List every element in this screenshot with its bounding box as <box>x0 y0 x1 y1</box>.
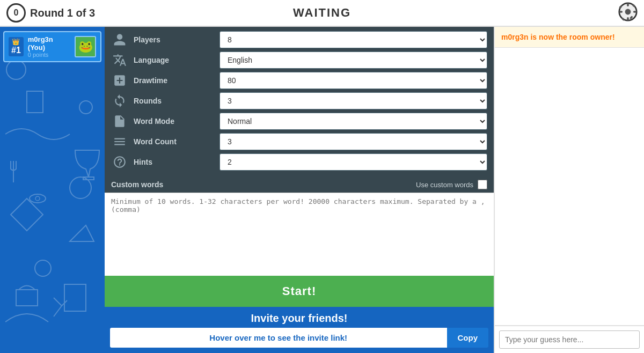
language-row: Language EnglishDeutschEspañolFrançais <box>111 52 487 69</box>
svg-rect-3 <box>627 17 629 20</box>
svg-rect-11 <box>27 91 43 113</box>
drawtime-label: Drawtime <box>134 76 219 85</box>
hints-select[interactable]: 0123 <box>219 153 487 171</box>
wordcount-icon <box>111 133 128 150</box>
left-panel: 👑 #1 m0rg3n (You) 0 points 🐸 <box>0 27 105 353</box>
players-label: Players <box>134 35 219 44</box>
players-select[interactable]: 2345678910121520 <box>219 31 487 48</box>
player-info: m0rg3n (You) 0 points <box>28 35 70 58</box>
player-card: 👑 #1 m0rg3n (You) 0 points 🐸 <box>3 31 101 62</box>
custom-words-label: Custom words <box>111 180 163 189</box>
use-custom-words-checkbox[interactable] <box>478 180 487 189</box>
svg-point-1 <box>625 9 631 15</box>
custom-words-toggle: Use custom words <box>416 180 487 189</box>
wordcount-select[interactable]: 12345 <box>219 133 487 150</box>
avatar: 🐸 <box>75 36 96 57</box>
doodle-background <box>0 27 105 353</box>
start-button[interactable]: Start! <box>105 276 494 307</box>
rounds-row: Rounds 12345678910 <box>111 92 487 109</box>
language-icon <box>111 52 128 69</box>
crown-icon: 👑 <box>12 38 20 46</box>
language-select[interactable]: EnglishDeutschEspañolFrançais <box>219 52 487 69</box>
hints-row: Hints 0123 <box>111 153 487 171</box>
custom-words-textarea[interactable] <box>105 193 494 276</box>
drawtime-row: Drawtime 30405060708090100120150180 <box>111 72 487 89</box>
player-name: m0rg3n (You) <box>28 35 70 52</box>
rounds-select[interactable]: 12345678910 <box>219 92 487 109</box>
player-points: 0 points <box>28 52 70 58</box>
chat-input-row <box>495 325 644 353</box>
rounds-icon <box>111 92 128 109</box>
svg-rect-18 <box>16 290 38 306</box>
svg-point-17 <box>35 196 40 201</box>
wordmode-select[interactable]: NormalHiddenCombination <box>219 113 487 130</box>
owner-message: m0rg3n is now the room owner! <box>495 27 644 48</box>
svg-rect-14 <box>64 284 86 311</box>
wordcount-row: Word Count 12345 <box>111 133 487 150</box>
svg-point-13 <box>35 260 51 276</box>
invite-section: Invite your friends! Hover over me to se… <box>105 307 494 353</box>
players-icon <box>111 31 128 48</box>
settings-button[interactable] <box>618 2 638 24</box>
custom-words-header: Custom words Use custom words <box>105 176 494 193</box>
invite-link-text: Hover over me to see the invite link! <box>110 328 447 348</box>
hints-label: Hints <box>134 158 219 166</box>
wordcount-label: Word Count <box>134 137 219 146</box>
svg-point-16 <box>30 194 46 203</box>
svg-point-10 <box>6 60 26 79</box>
timer: 0 <box>6 3 26 23</box>
invite-title: Invite your friends! <box>110 312 488 325</box>
chat-area <box>495 48 644 325</box>
svg-point-15 <box>79 101 92 114</box>
wordmode-row: Word Mode NormalHiddenCombination <box>111 113 487 130</box>
rounds-label: Rounds <box>134 97 219 105</box>
svg-rect-4 <box>619 11 623 13</box>
copy-button[interactable]: Copy <box>447 328 489 348</box>
main-layout: 👑 #1 m0rg3n (You) 0 points 🐸 Players 234… <box>0 27 644 353</box>
top-bar: 0 Round 1 of 3 WAITING <box>0 0 644 27</box>
round-text: Round 1 of 3 <box>30 7 95 19</box>
drawtime-select[interactable]: 30405060708090100120150180 <box>219 72 487 89</box>
wordmode-icon <box>111 113 128 130</box>
chat-input[interactable] <box>499 330 640 349</box>
hints-icon <box>111 153 128 171</box>
center-panel: Players 2345678910121520 Language Englis… <box>105 27 494 353</box>
status-text: WAITING <box>293 6 351 20</box>
right-panel: m0rg3n is now the room owner! <box>494 27 644 353</box>
svg-rect-5 <box>633 11 636 13</box>
round-info: 0 Round 1 of 3 <box>6 3 95 23</box>
wordmode-label: Word Mode <box>134 117 219 126</box>
drawtime-icon <box>111 72 128 89</box>
settings-form: Players 2345678910121520 Language Englis… <box>105 27 494 176</box>
language-label: Language <box>134 56 219 64</box>
invite-link-row: Hover over me to see the invite link! Co… <box>110 328 488 348</box>
owner-message-text: m0rg3n is now the room owner! <box>501 33 615 41</box>
player-rank: 👑 #1 <box>9 37 24 56</box>
svg-rect-2 <box>627 3 629 6</box>
use-custom-words-label: Use custom words <box>416 181 473 189</box>
players-row: Players 2345678910121520 <box>111 31 487 48</box>
